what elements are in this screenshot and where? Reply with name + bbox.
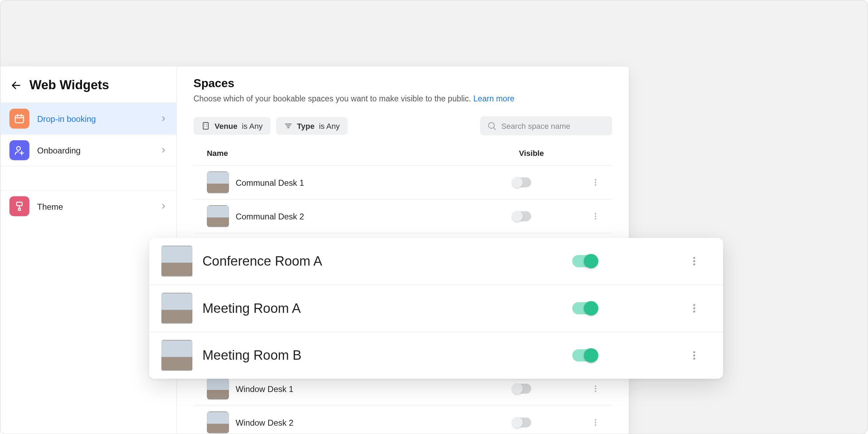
space-name: Communal Desk 2 — [236, 211, 512, 221]
search-field[interactable] — [480, 116, 612, 135]
filter-type-value: is Any — [319, 122, 340, 131]
svg-point-29 — [595, 419, 596, 420]
svg-point-25 — [595, 218, 596, 219]
more-icon[interactable] — [591, 384, 600, 393]
toolbar: Venue is Any Type is Any — [193, 116, 612, 135]
table-row: Meeting Room B — [149, 332, 723, 379]
svg-point-40 — [693, 358, 695, 360]
svg-rect-10 — [203, 123, 208, 129]
svg-point-38 — [693, 351, 695, 353]
visibility-toggle[interactable] — [572, 302, 596, 314]
visibility-toggle[interactable] — [512, 211, 531, 221]
sidebar-item-theme[interactable]: Theme — [1, 190, 176, 222]
paint-icon — [9, 196, 29, 216]
svg-point-5 — [17, 147, 20, 150]
more-icon[interactable] — [591, 178, 600, 187]
table-row: Meeting Room A — [149, 285, 723, 332]
space-thumbnail — [161, 340, 192, 371]
visibility-toggle[interactable] — [572, 349, 596, 361]
filter-type-key: Type — [297, 122, 315, 131]
svg-point-21 — [595, 182, 596, 183]
more-icon[interactable] — [591, 212, 600, 221]
sidebar-title: Web Widgets — [30, 78, 109, 93]
table-row: Conference Room A — [149, 238, 723, 285]
svg-line-19 — [494, 128, 495, 130]
sidebar-item-label: Onboarding — [37, 145, 152, 155]
filter-lines-icon — [284, 122, 293, 131]
visibility-toggle[interactable] — [512, 384, 531, 394]
column-name: Name — [207, 149, 512, 158]
svg-point-33 — [693, 260, 695, 262]
visibility-toggle[interactable] — [572, 255, 596, 267]
more-icon[interactable] — [688, 256, 700, 267]
sidebar-item-label: Theme — [37, 202, 152, 211]
space-name: Conference Room A — [202, 253, 572, 269]
page-subtitle: Choose which of your bookable spaces you… — [193, 94, 612, 103]
svg-point-34 — [693, 264, 695, 266]
svg-rect-1 — [15, 115, 24, 123]
filter-venue[interactable]: Venue is Any — [193, 117, 270, 135]
sidebar-item-onboarding[interactable]: Onboarding — [1, 134, 176, 166]
chevron-right-icon — [160, 202, 167, 210]
space-name: Window Desk 1 — [236, 384, 512, 393]
space-thumbnail — [161, 293, 192, 324]
sidebar-header: Web Widgets — [1, 67, 176, 103]
space-name: Communal Desk 1 — [236, 178, 512, 187]
space-name: Meeting Room B — [202, 348, 572, 363]
chevron-right-icon — [160, 115, 167, 123]
user-plus-icon — [9, 140, 29, 160]
learn-more-link[interactable]: Learn more — [473, 94, 514, 103]
table-header: Name Visible — [193, 145, 612, 166]
svg-point-35 — [693, 304, 695, 306]
column-visible: Visible — [512, 149, 579, 158]
back-icon[interactable] — [10, 80, 22, 91]
search-icon — [487, 121, 497, 131]
space-thumbnail — [207, 205, 229, 227]
svg-point-22 — [595, 184, 596, 186]
filter-venue-key: Venue — [215, 122, 237, 131]
svg-point-23 — [595, 213, 596, 214]
sidebar-item-label: Drop-in booking — [37, 114, 152, 123]
svg-rect-8 — [17, 202, 22, 206]
space-name: Meeting Room A — [202, 301, 572, 316]
svg-point-26 — [595, 385, 596, 387]
space-thumbnail — [207, 171, 229, 193]
svg-point-20 — [595, 179, 596, 181]
space-thumbnail — [161, 245, 192, 276]
filter-type[interactable]: Type is Any — [276, 117, 348, 135]
svg-rect-9 — [18, 208, 20, 210]
svg-point-32 — [693, 257, 695, 259]
table-row: Window Desk 2 — [193, 406, 612, 434]
page-title: Spaces — [193, 76, 612, 90]
svg-point-24 — [595, 216, 596, 217]
space-thumbnail — [207, 411, 229, 434]
building-icon — [201, 122, 210, 131]
visibility-toggle[interactable] — [512, 177, 531, 187]
svg-point-31 — [595, 424, 596, 426]
svg-point-28 — [595, 391, 596, 392]
chevron-right-icon — [160, 147, 167, 154]
more-icon[interactable] — [688, 350, 700, 361]
svg-point-30 — [595, 422, 596, 423]
zoom-card: Conference Room A Meeting Room A Meeting… — [149, 238, 723, 379]
svg-point-27 — [595, 388, 596, 389]
space-thumbnail — [207, 378, 229, 400]
more-icon[interactable] — [688, 303, 700, 314]
visibility-toggle[interactable] — [512, 418, 531, 428]
sidebar-item-drop-in-booking[interactable]: Drop-in booking — [1, 102, 176, 134]
calendar-icon — [9, 109, 29, 128]
table-row: Communal Desk 1 — [193, 166, 612, 200]
more-icon[interactable] — [591, 418, 600, 427]
filter-venue-value: is Any — [242, 122, 263, 131]
svg-point-37 — [693, 310, 695, 312]
svg-point-36 — [693, 307, 695, 309]
svg-point-39 — [693, 354, 695, 357]
page-subtitle-text: Choose which of your bookable spaces you… — [193, 94, 473, 103]
search-input[interactable] — [501, 122, 606, 131]
sidebar-divider — [1, 166, 176, 190]
table-row: Communal Desk 2 — [193, 200, 612, 233]
space-name: Window Desk 2 — [236, 418, 512, 427]
